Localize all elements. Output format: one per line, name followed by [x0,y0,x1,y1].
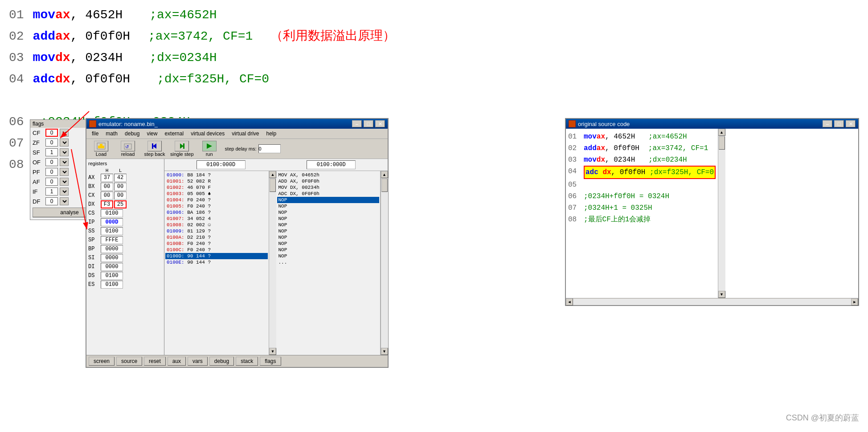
disasm-scroll-thumb[interactable] [381,179,388,192]
scroll-thumb[interactable] [270,179,276,192]
flag-if-label: IF [33,188,44,195]
svg-rect-8 [183,143,184,149]
mem-row-3: 01003: 05 005 ♣ [165,191,268,197]
flag-af-dropdown[interactable]: ▼ [60,178,69,186]
mem-row-7: 01007: 34 052 4 [165,216,268,222]
reg-bx-row: BX 00 00 [88,183,162,191]
flag-df-dropdown[interactable]: ▼ [60,197,69,205]
disasm-row-6: NOP [277,209,380,216]
flag-sf-input[interactable] [45,148,58,156]
load-button[interactable]: Load [90,141,112,157]
reg-sp-val: FFFE [101,236,123,244]
addr-right-input[interactable] [307,160,356,169]
flag-af-input[interactable] [45,178,58,186]
source-close-btn[interactable]: ✕ [846,120,856,127]
run-button[interactable]: run [198,141,221,157]
reg-cx-row: CX 00 00 [88,192,162,200]
disasm-scroll-down[interactable]: ▼ [381,348,388,355]
reg-dx-row: DX F3 25 [88,200,162,208]
reg-di-val: 0000 [101,263,123,271]
disasm-scroll-up[interactable]: ▲ [381,171,388,178]
tab-vars[interactable]: vars [188,357,208,366]
flag-df-input[interactable] [45,197,58,205]
menu-math[interactable]: math [102,130,121,138]
flag-sf-dropdown[interactable]: ▼ [60,148,69,156]
disasm-row-e: ... [277,259,380,265]
reg-cs-val: 0100 [101,209,123,217]
flag-cf-input[interactable] [45,129,58,137]
flag-if-dropdown[interactable]: ▼ [60,187,69,196]
addr-left-input[interactable] [197,160,246,169]
flag-zf-dropdown[interactable]: ▼ [60,139,69,147]
flag-pf-dropdown[interactable]: ▼ [60,168,69,176]
step-back-icon [147,141,162,151]
src-line-8: 08 ;最后CF上的1会减掉 [568,214,716,225]
single-step-label: single step [170,151,194,157]
source-scrollbar[interactable]: ▲ ▼ [718,129,725,298]
step-delay-label: step delay ms: [225,146,257,151]
tab-stack[interactable]: stack [236,357,258,366]
reg-ss-row: SS 0100 [88,227,162,235]
flag-of-dropdown[interactable]: ▼ [60,158,69,166]
flag-zf-input[interactable] [45,139,58,147]
code-panes: 01000: B8 184 ? 01001: 52 082 R 01002: 4… [164,159,388,355]
step-back-button[interactable]: step back [143,141,166,157]
source-code-window: original source code – □ ✕ 01 mov ax , 4… [565,118,859,306]
emulator-content: registers H L AX 37 42 BX 00 00 [86,159,388,355]
menu-external[interactable]: external [161,130,187,138]
menu-file[interactable]: file [88,130,102,138]
address-bar [164,159,388,171]
menu-view[interactable]: view [143,130,161,138]
flag-pf-input[interactable] [45,168,58,176]
emulator-menubar: file math debug view external virtual de… [86,129,388,139]
maximize-button[interactable]: □ [364,120,373,127]
src-line-4: 04 adc dx, 0f0f0H ;dx=f325H, CF=0 [568,166,716,179]
src-line-3: 03 mov dx , 0234H ;dx=0234H [568,154,716,166]
emulator-window: emulator: noname.bin_ – □ ✕ file math de… [86,118,389,368]
reg-ds-row: DS 0100 [88,272,162,280]
reg-bp-row: BP 0000 [88,245,162,253]
tab-screen[interactable]: screen [89,357,115,366]
reload-button[interactable]: ↺ reload [117,141,139,157]
svg-marker-7 [180,143,184,149]
src-line-1: 01 mov ax , 4652H ;ax=4652H [568,131,716,143]
source-maximize-btn[interactable]: □ [834,120,844,127]
bottom-tabs: screen source reset aux vars debug stack… [86,355,388,367]
source-minimize-btn[interactable]: – [823,120,832,127]
tab-flags[interactable]: flags [260,357,281,366]
tab-reset[interactable]: reset [144,357,166,366]
menu-debug[interactable]: debug [121,130,143,138]
single-step-button[interactable]: single step [170,141,194,157]
src-scroll-down[interactable]: ▼ [718,291,725,298]
flag-zf-label: ZF [33,139,44,146]
close-button[interactable]: ✕ [375,120,385,127]
src-scroll-thumb[interactable] [719,136,725,150]
tab-source[interactable]: source [116,357,142,366]
src-scroll-up[interactable]: ▲ [718,129,725,136]
hex-scrollbar[interactable]: ▲ ▼ [269,171,276,355]
emulator-toolbar: Load ↺ reload step back single step run [86,139,388,159]
flag-if-input[interactable] [45,187,58,196]
bg-line-4: 04 adc dx , 0f0f0H ;dx=f325H, CF=0 [9,69,859,90]
src-scroll-right[interactable]: ► [851,298,858,306]
scroll-down-btn[interactable]: ▼ [269,348,276,355]
source-title: original source code [578,121,630,127]
menu-virtual-drive[interactable]: virtual drive [228,130,262,138]
source-hscrollbar[interactable]: ◄ ► [566,298,858,305]
menu-virtual-devices[interactable]: virtual devices [187,130,228,138]
step-delay-input[interactable] [258,144,281,153]
disasm-scrollbar[interactable]: ▲ ▼ [381,171,388,355]
tab-debug[interactable]: debug [209,357,234,366]
flag-cf-dropdown[interactable]: ▼ [60,129,69,137]
scroll-up-btn[interactable]: ▲ [269,171,276,178]
reg-ip-val: 000D [101,218,123,226]
src-scroll-left[interactable]: ◄ [566,298,573,306]
menu-help[interactable]: help [263,130,280,138]
flag-of-input[interactable] [45,158,58,166]
disasm-row-5: NOP [277,203,380,209]
watermark: CSDN @初夏的蔚蓝 [786,412,859,423]
tab-aux[interactable]: aux [168,357,186,366]
bg-line-3: 03 mov dx , 0234H ;dx=0234H [9,47,859,69]
flag-af-label: AF [33,179,44,185]
minimize-button[interactable]: – [352,120,362,127]
